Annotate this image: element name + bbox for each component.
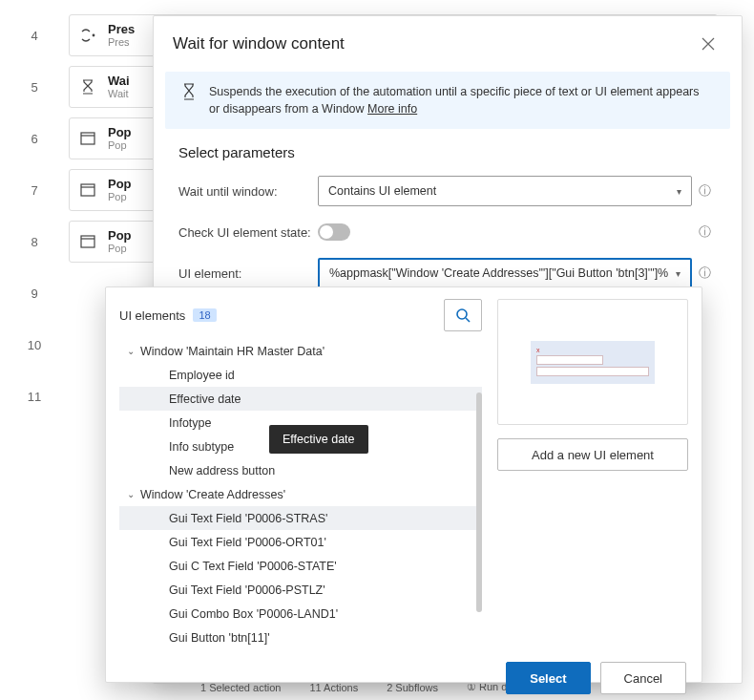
add-ui-element-button[interactable]: Add a new UI element <box>497 438 688 471</box>
step-subtitle: Wait <box>108 88 130 100</box>
scrollbar[interactable] <box>476 392 482 612</box>
tree-item-label: Gui Text Field 'P0006-PSTLZ' <box>169 583 325 597</box>
step-number: 6 <box>0 132 69 146</box>
step-number: 8 <box>0 235 69 249</box>
svg-point-7 <box>457 309 467 319</box>
ui-element-select[interactable]: %appmask["Window 'Create Addresses'"]["G… <box>318 258 692 288</box>
popup-icon <box>79 130 96 147</box>
press-icon <box>79 27 96 44</box>
info-icon[interactable]: ⓘ <box>692 182 717 200</box>
tree-item[interactable]: Gui Text Field 'P0006-STRAS' <box>119 506 482 530</box>
tree-item-label: Employee id <box>169 369 235 382</box>
step-number: 11 <box>0 390 69 404</box>
svg-rect-3 <box>81 184 94 196</box>
tree-item-label: Window 'Maintain HR Master Data' <box>140 345 325 358</box>
step-number: 10 <box>0 338 69 352</box>
tree-item-label: Infotype <box>169 416 211 430</box>
count-badge: 18 <box>193 308 216 322</box>
svg-point-0 <box>93 34 95 37</box>
tree-item[interactable]: Gui C Text Field 'P0006-STATE' <box>119 554 482 578</box>
tree-item[interactable]: Gui Text Field 'P0006-ORT01' <box>119 530 482 554</box>
step-subtitle: Pop <box>108 191 132 203</box>
param-label-ui: UI element: <box>178 266 318 281</box>
chevron-down-icon: ⌄ <box>127 346 140 356</box>
tree-item[interactable]: New address button <box>119 458 482 482</box>
tree-item[interactable]: Gui Text Field 'P0006-PSTLZ' <box>119 578 482 602</box>
tree-group[interactable]: ⌄Window 'Create Addresses' <box>119 482 482 506</box>
tree-item-label: Gui Text Field 'P0006-STRAS' <box>169 512 327 525</box>
step-subtitle: Pop <box>108 139 132 152</box>
tree-item[interactable]: Effective date <box>119 387 482 411</box>
param-label-wait: Wait until window: <box>178 184 318 199</box>
chevron-down-icon: ⌄ <box>127 489 140 499</box>
more-info-link[interactable]: More info <box>367 102 417 116</box>
info-banner: Suspends the execution of the automation… <box>165 72 730 129</box>
picker-title: UI elements18 <box>119 308 217 323</box>
section-title: Select parameters <box>178 144 717 160</box>
chevron-down-icon: ▾ <box>676 268 681 279</box>
tree-item-label: Window 'Create Addresses' <box>140 488 285 501</box>
tree-item[interactable]: Gui Button 'btn[11]' <box>119 626 482 645</box>
preview-pane: x <box>497 299 688 425</box>
svg-rect-5 <box>81 236 94 247</box>
dialog-title: Wait for window content <box>173 34 345 53</box>
step-number: 4 <box>0 29 69 43</box>
hourglass-icon <box>182 83 196 117</box>
wait-until-select[interactable]: Contains UI element▾ <box>318 176 692 206</box>
step-title: Pop <box>108 177 132 192</box>
info-icon[interactable]: ⓘ <box>692 265 717 282</box>
select-button[interactable]: Select <box>506 662 590 694</box>
tree-item-label: Gui Text Field 'P0006-ORT01' <box>169 536 326 549</box>
tree-item-label: Gui Combo Box 'P0006-LAND1' <box>169 607 338 621</box>
close-button[interactable] <box>694 30 723 58</box>
ui-element-tree: ⌄Window 'Maintain HR Master Data'Employe… <box>119 339 482 645</box>
cancel-button[interactable]: Cancel <box>600 662 686 694</box>
tree-item-label: Gui C Text Field 'P0006-STATE' <box>169 560 337 573</box>
tree-item-label: Effective date <box>169 392 241 406</box>
check-state-toggle[interactable] <box>318 223 350 241</box>
step-title: Pres <box>108 22 135 37</box>
svg-line-8 <box>466 318 470 322</box>
popup-icon <box>79 233 96 250</box>
step-number: 7 <box>0 183 69 198</box>
chevron-down-icon: ▾ <box>677 186 681 197</box>
step-number: 9 <box>0 286 69 301</box>
search-button[interactable] <box>444 299 482 331</box>
tree-item-label: Gui Button 'btn[11]' <box>169 631 270 645</box>
step-title: Pop <box>108 125 132 140</box>
step-subtitle: Pres <box>108 36 135 49</box>
param-label-check: Check UI element state: <box>178 225 318 240</box>
tree-item-label: New address button <box>169 464 275 477</box>
tree-item[interactable]: Gui Combo Box 'P0006-LAND1' <box>119 602 482 626</box>
tree-item[interactable]: Employee id <box>119 363 482 387</box>
step-number: 5 <box>0 80 69 95</box>
info-text: Suspends the execution of the automation… <box>209 83 713 117</box>
step-title: Wai <box>108 74 130 89</box>
hourglass-icon <box>79 78 96 95</box>
tooltip: Effective date <box>269 425 368 454</box>
ui-element-picker: UI elements18 ⌄Window 'Maintain HR Maste… <box>105 286 702 683</box>
tree-item-label: Info subtype <box>169 440 234 454</box>
svg-rect-1 <box>81 133 94 144</box>
step-title: Pop <box>108 228 132 244</box>
step-subtitle: Pop <box>108 243 132 255</box>
info-icon[interactable]: ⓘ <box>692 223 717 241</box>
tree-group[interactable]: ⌄Window 'Maintain HR Master Data' <box>119 339 482 363</box>
popup-icon <box>79 181 96 199</box>
